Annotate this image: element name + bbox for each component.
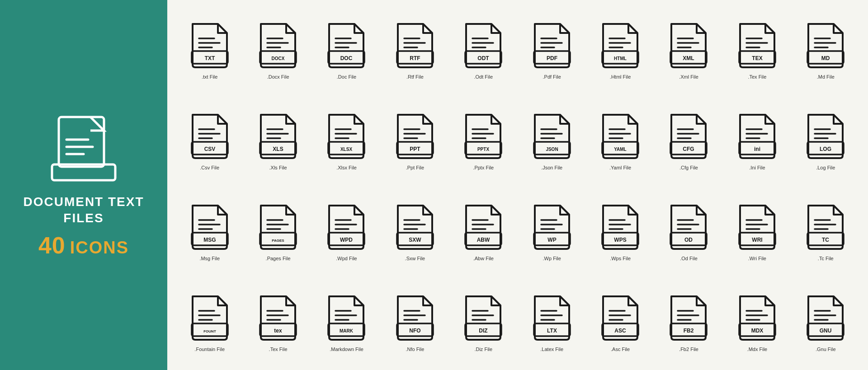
- file-icon-item: PPTX .Pptx File: [450, 95, 517, 183]
- svg-text:DOC: DOC: [340, 55, 353, 61]
- file-label: .Mdx File: [747, 347, 768, 352]
- file-icon-wrapper: NFO: [390, 290, 440, 345]
- file-svg: PDF: [529, 20, 575, 70]
- file-icon-item: SXW .Sxw File: [382, 187, 448, 275]
- file-label: .Odt File: [474, 74, 493, 80]
- file-icon-wrapper: PPTX: [458, 109, 508, 163]
- file-icon-wrapper: MD: [801, 18, 850, 72]
- file-icon-item: FB2 .Fb2 File: [656, 277, 722, 365]
- file-svg: YAML: [598, 111, 643, 161]
- svg-text:TXT: TXT: [204, 55, 215, 61]
- file-icon-item: NFO .Nfo File: [382, 277, 448, 365]
- file-svg: PPT: [392, 111, 438, 161]
- file-label: .Wps File: [610, 256, 631, 261]
- file-label: .txt File: [202, 74, 217, 80]
- file-icon-item: tex .Tex File: [245, 277, 311, 365]
- svg-text:ini: ini: [754, 146, 760, 152]
- file-svg: MDX: [735, 293, 780, 342]
- file-icon-wrapper: ABW: [458, 200, 508, 254]
- svg-text:LTX: LTX: [547, 328, 557, 334]
- file-label: .Html File: [610, 74, 631, 80]
- file-icon-wrapper: TXT: [185, 18, 235, 72]
- right-panel: TXT .txt File DOCX .Docx File: [167, 0, 868, 370]
- hero-file-icon: [47, 112, 120, 185]
- file-svg: XLS: [255, 111, 301, 161]
- file-icon-item: TEX .Tex File: [724, 5, 790, 93]
- file-label: .Yaml File: [609, 165, 631, 170]
- panel-title: DOCUMENT TEXT FILES: [23, 194, 144, 227]
- svg-text:HTML: HTML: [614, 56, 627, 61]
- file-label: .Markdown File: [330, 347, 363, 352]
- file-label: .Docx File: [267, 74, 289, 80]
- file-icon-wrapper: HTML: [595, 18, 645, 72]
- file-icon-wrapper: CFG: [664, 109, 713, 163]
- file-icon-item: LTX .Latex File: [519, 277, 585, 365]
- file-svg: WPD: [324, 202, 369, 252]
- file-icon-wrapper: OD: [664, 200, 713, 254]
- file-label: .Wri File: [748, 256, 766, 261]
- file-icon-wrapper: CSV: [185, 109, 235, 163]
- file-svg: FB2: [666, 293, 711, 342]
- file-svg: MD: [803, 20, 848, 70]
- file-svg: TC: [803, 202, 848, 252]
- file-icon-wrapper: WPS: [595, 200, 645, 254]
- file-icon-item: YAML .Yaml File: [587, 95, 653, 183]
- svg-text:SXW: SXW: [409, 237, 421, 243]
- file-svg: GNU: [803, 293, 848, 342]
- file-label: .Json File: [541, 165, 562, 170]
- file-icon-wrapper: JSON: [527, 109, 577, 163]
- file-icon-item: ini .Ini File: [724, 95, 790, 183]
- file-svg: XML: [666, 20, 711, 70]
- file-icon-wrapper: ODT: [458, 18, 508, 72]
- file-label: .Fountain File: [194, 347, 225, 352]
- svg-text:XLS: XLS: [273, 146, 283, 152]
- file-icon-wrapper: DOCX: [253, 18, 303, 72]
- file-svg: CFG: [666, 111, 711, 161]
- svg-text:MD: MD: [821, 55, 830, 61]
- file-icon-item: XLSX .Xlsx File: [313, 95, 380, 183]
- file-label: .Pdf File: [543, 74, 561, 80]
- file-svg: LTX: [529, 293, 575, 342]
- file-svg: JSON: [529, 111, 575, 161]
- file-svg: TEX: [735, 20, 780, 70]
- file-svg: HTML: [598, 20, 643, 70]
- file-label: .Diz File: [474, 347, 492, 352]
- file-icon-wrapper: ASC: [595, 290, 645, 345]
- file-svg: RTF: [392, 20, 438, 70]
- svg-text:RTF: RTF: [410, 55, 420, 61]
- svg-text:ASC: ASC: [614, 328, 626, 334]
- file-label: .Tc File: [818, 256, 834, 261]
- svg-text:GNU: GNU: [820, 328, 832, 334]
- file-label: .Ini File: [749, 165, 765, 170]
- file-label: .Tex File: [748, 74, 766, 80]
- file-label: .Latex File: [540, 347, 563, 352]
- svg-text:TC: TC: [822, 237, 829, 243]
- file-svg: MARK: [324, 293, 369, 342]
- file-label: .Md File: [817, 74, 835, 80]
- file-svg: tex: [255, 293, 301, 342]
- svg-text:NFO: NFO: [409, 328, 420, 334]
- svg-text:FOUNT: FOUNT: [203, 329, 216, 333]
- file-icon-item: DIZ .Diz File: [450, 277, 517, 365]
- icons-grid: TXT .txt File DOCX .Docx File: [176, 5, 859, 365]
- file-label: .Gnu File: [816, 347, 836, 352]
- file-icon-item: MARK .Markdown File: [313, 277, 380, 365]
- file-label: .Csv File: [200, 165, 219, 170]
- file-svg: WP: [529, 202, 575, 252]
- file-svg: XLSX: [324, 111, 369, 161]
- svg-text:PPT: PPT: [410, 146, 420, 152]
- file-icon-item: PPT .Ppt File: [382, 95, 448, 183]
- file-icon-wrapper: XLS: [253, 109, 303, 163]
- file-icon-wrapper: WP: [527, 200, 577, 254]
- svg-text:WP: WP: [547, 237, 556, 243]
- svg-text:CSV: CSV: [204, 146, 215, 152]
- file-icon-item: WRI .Wri File: [724, 187, 790, 275]
- file-icon-wrapper: YAML: [595, 109, 645, 163]
- file-icon-wrapper: PDF: [527, 18, 577, 72]
- file-icon-wrapper: DOC: [321, 18, 371, 72]
- file-svg: WPS: [598, 202, 643, 252]
- file-icon-wrapper: PPT: [390, 109, 440, 163]
- file-svg: DIZ: [461, 293, 506, 342]
- file-label: .Ppt File: [406, 165, 424, 170]
- file-icon-wrapper: XML: [664, 18, 713, 72]
